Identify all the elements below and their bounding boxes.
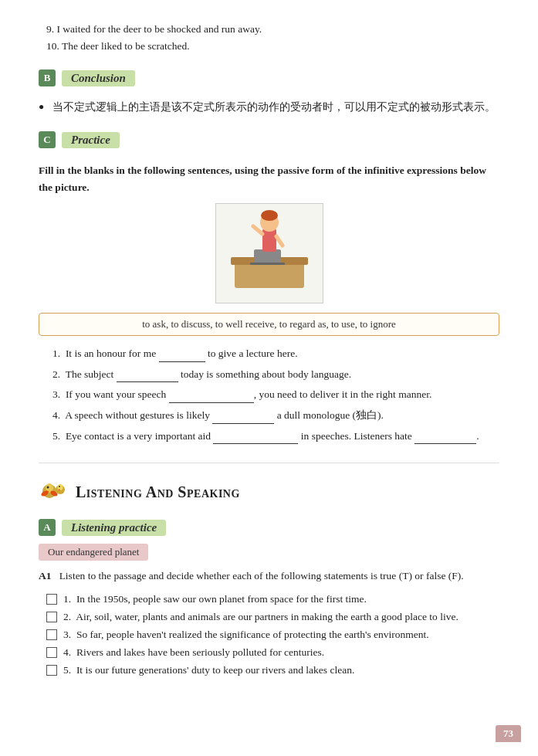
listening-practice-section: A Listening practice Our endangered plan… [39,519,499,676]
tf-text-1: 1. In the 1950s, people saw our own plan… [63,593,367,605]
conclusion-section: B Conclusion 当不定式逻辑上的主语是该不定式所表示的动作的受动者时，… [39,69,499,114]
tf-text-5: 5. It is our future generations' duty to… [63,664,354,676]
checkbox-2[interactable] [46,612,57,622]
tf-item-2: 2. Air, soil, water, plants and animals … [39,611,499,623]
conclusion-title: Conclusion [62,70,135,86]
fill-sentence-4: 4. A speech without gestures is likely a… [39,407,499,424]
checkbox-3[interactable] [46,629,57,640]
blank-1[interactable] [159,351,205,362]
practice-title: Practice [62,132,120,148]
ls-header: Listening And Speaking [39,477,499,507]
topic-badge: Our endangered planet [39,544,148,561]
topic-badge-container: Our endangered planet [39,544,499,570]
tf-item-1: 1. In the 1950s, people saw our own plan… [39,593,499,605]
sentence-10: 10. The deer liked to be scratched. [39,40,499,53]
cartoon-image [215,203,323,303]
fill-sentence-1: 1. It is an honour for me to give a lect… [39,345,499,362]
conclusion-badge: B Conclusion [39,69,135,86]
page-number: 73 [496,725,521,742]
blank-4[interactable] [212,413,274,424]
practice-intro: Fill in the blanks in the following sent… [39,162,499,195]
svg-rect-0 [235,261,304,288]
fill-sentence-2: 2. The subject today is something about … [39,366,499,383]
blank-5b[interactable] [414,433,476,444]
svg-point-16 [58,484,63,490]
listening-badge: A Listening practice [39,519,166,536]
badge-b: B [39,69,56,86]
phrases-box: to ask, to discuss, to well receive, to … [39,313,499,336]
blank-2[interactable] [117,371,178,382]
fill-sentence-3: 3. If you want your speech , you need to… [39,386,499,403]
tf-text-4: 4. Rivers and lakes have been seriously … [63,646,324,659]
svg-point-17 [59,486,60,487]
ls-section-title: Listening And Speaking [76,483,240,501]
badge-c: C [39,131,56,148]
listening-title: Listening practice [62,520,166,536]
checkbox-1[interactable] [46,594,57,605]
svg-point-11 [47,486,49,489]
tf-text-3: 3. So far, people haven't realized the s… [63,629,429,641]
cartoon-svg [219,207,320,300]
blank-3[interactable] [169,392,254,403]
tf-item-4: 4. Rivers and lakes have been seriously … [39,646,499,659]
page: 9. I waited for the deer to be shocked a… [0,0,538,756]
checkbox-5[interactable] [46,665,57,676]
badge-a: A [39,519,56,536]
ls-section-icon [39,477,68,507]
svg-rect-3 [250,263,285,265]
practice-section: C Practice Fill in the blanks in the fol… [39,131,499,444]
svg-line-8 [276,236,283,246]
section-divider [39,463,499,463]
svg-rect-4 [262,229,276,252]
fill-sentence-5: 5. Eye contact is a very important aid i… [39,428,499,445]
tf-item-3: 3. So far, people haven't realized the s… [39,629,499,641]
conclusion-text: 当不定式逻辑上的主语是该不定式所表示的动作的受动者时，可以用不定式的被动形式表示… [39,100,499,114]
sentence-9: 9. I waited for the deer to be shocked a… [39,23,499,36]
checkbox-4[interactable] [46,647,57,658]
tf-text-2: 2. Air, soil, water, plants and animals … [63,611,458,623]
practice-badge: C Practice [39,131,120,148]
blank-5a[interactable] [213,433,298,444]
svg-line-7 [253,226,262,234]
svg-point-6 [261,210,278,221]
tf-item-5: 5. It is our future generations' duty to… [39,664,499,676]
a1-instruction: A1 Listen to the passage and decide whet… [39,570,499,582]
cartoon-image-container [39,203,499,303]
